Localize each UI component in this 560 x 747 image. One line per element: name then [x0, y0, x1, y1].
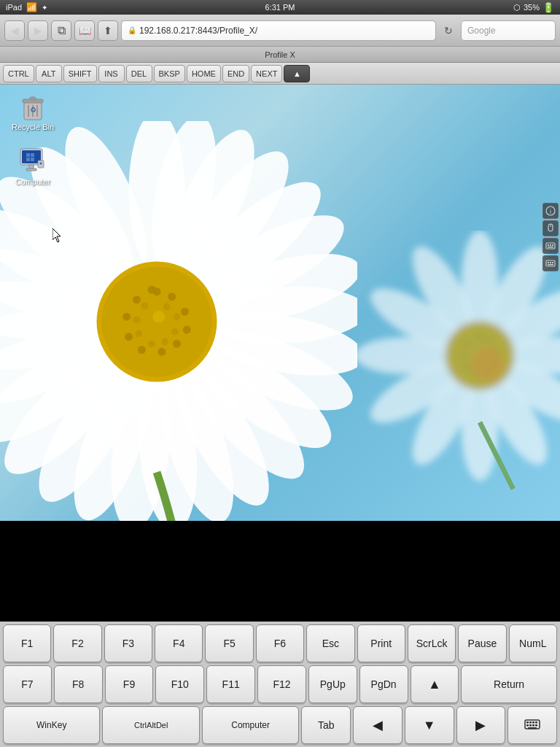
browser-chrome: ◀ ▶ ⧉ 📖 ⬆ 🔒 192.168.0.217:8443/Profile_X… [0, 15, 560, 47]
shortcut-ctrl[interactable]: CTRL [3, 65, 34, 82]
svg-rect-97 [548, 244, 549, 246]
shortcut-home[interactable]: HOME [187, 65, 221, 82]
key-return[interactable]: Return [461, 665, 557, 703]
svg-point-41 [163, 303, 171, 311]
svg-point-42 [174, 313, 181, 320]
shortcut-bar: CTRL ALT SHIFT INS DEL BKSP HOME END NEX… [0, 63, 560, 85]
computer-desktop-icon[interactable]: Computer [7, 147, 58, 187]
shortcut-alt[interactable]: ALT [36, 65, 62, 82]
key-up[interactable]: ▲ [411, 665, 459, 703]
device-label: iPad [6, 3, 22, 12]
forward-button[interactable]: ▶ [28, 20, 48, 41]
wifi-icon: 📶 [26, 2, 37, 12]
svg-rect-109 [532, 721, 534, 724]
key-numl[interactable]: NumL [509, 624, 557, 662]
shortcut-shift[interactable]: SHIFT [63, 65, 97, 82]
svg-point-70 [464, 365, 470, 370]
key-f8[interactable]: F8 [54, 665, 103, 703]
shortcut-del[interactable]: DEL [126, 65, 152, 82]
share-button[interactable]: ⬆ [98, 20, 118, 41]
svg-rect-104 [552, 262, 553, 263]
key-f5[interactable]: F5 [205, 624, 253, 662]
svg-rect-102 [548, 262, 549, 263]
key-esc[interactable]: Esc [306, 624, 354, 662]
key-ctrlaltdel[interactable]: CtrlAltDel [102, 706, 199, 744]
keyboard-button-1[interactable] [542, 238, 559, 254]
key-f4[interactable]: F4 [155, 624, 203, 662]
key-pause[interactable]: Pause [458, 624, 506, 662]
svg-rect-100 [548, 247, 553, 248]
key-winkey[interactable]: WinKey [3, 706, 100, 744]
svg-rect-115 [528, 727, 537, 729]
url-text: 192.168.0.217:8443/Profile_X/ [139, 26, 257, 36]
svg-point-72 [464, 341, 470, 347]
svg-rect-114 [535, 724, 537, 727]
svg-point-65 [487, 338, 492, 343]
ssl-lock-icon: 🔒 [128, 26, 136, 34]
svg-point-48 [141, 302, 149, 309]
key-scrlck[interactable]: ScrLck [408, 624, 456, 662]
computer-label: Computer [15, 177, 50, 187]
svg-point-71 [461, 353, 466, 358]
key-tab[interactable]: Tab [301, 706, 351, 744]
recycle-bin-image: ♻ [18, 92, 47, 121]
svg-point-46 [135, 330, 142, 338]
key-print[interactable]: Print [357, 624, 405, 662]
recycle-bin-icon[interactable]: ♻ Recycle Bin [7, 92, 58, 132]
bookmarks-button[interactable]: 📖 [74, 20, 95, 41]
svg-point-64 [478, 335, 483, 340]
key-pgdn[interactable]: PgDn [359, 665, 408, 703]
key-f11[interactable]: F11 [206, 665, 255, 703]
key-f3[interactable]: F3 [104, 624, 152, 662]
shortcut-next[interactable]: NEXT [251, 65, 282, 82]
svg-point-40 [148, 286, 156, 294]
url-bar[interactable]: 🔒 192.168.0.217:8443/Profile_X/ [121, 20, 436, 41]
key-down[interactable]: ▼ [405, 706, 454, 744]
svg-rect-112 [529, 724, 532, 727]
key-f1[interactable]: F1 [3, 624, 51, 662]
desktop-area: ♻ Recycle Bin [0, 85, 560, 521]
key-computer[interactable]: Computer [202, 706, 299, 744]
key-f6[interactable]: F6 [256, 624, 304, 662]
svg-rect-88 [29, 165, 34, 169]
key-f2[interactable]: F2 [53, 624, 101, 662]
keyboard-row-1: F1 F2 F3 F4 F5 F6 Esc Print ScrLck Pause… [0, 622, 560, 662]
tabs-button[interactable]: ⧉ [51, 20, 71, 41]
svg-rect-85 [31, 153, 34, 157]
svg-point-91 [40, 163, 42, 165]
key-right[interactable]: ▶ [456, 706, 506, 744]
svg-rect-105 [548, 264, 553, 266]
reload-button[interactable]: ↻ [439, 21, 458, 40]
shortcut-end[interactable]: END [222, 65, 249, 82]
status-bar: iPad 📶 ✦ 6:31 PM ⬡ 35% 🔋 [0, 0, 560, 15]
svg-point-34 [173, 340, 181, 348]
svg-point-37 [125, 333, 133, 341]
key-left[interactable]: ◀ [353, 706, 402, 744]
key-keyboard-toggle[interactable] [508, 706, 557, 744]
info-button[interactable]: i [542, 203, 559, 219]
key-f10[interactable]: F10 [155, 665, 204, 703]
svg-point-44 [161, 338, 168, 346]
svg-text:i: i [550, 208, 551, 215]
shortcut-ins[interactable]: INS [98, 65, 125, 82]
keyboard-button-2[interactable] [542, 255, 559, 271]
svg-point-36 [138, 346, 146, 354]
search-bar[interactable]: Google [461, 20, 556, 41]
key-f9[interactable]: F9 [105, 665, 154, 703]
svg-rect-110 [535, 721, 537, 724]
key-f12[interactable]: F12 [257, 665, 306, 703]
mouse-button[interactable] [542, 220, 559, 236]
tab-bar: Profile X [0, 47, 560, 63]
svg-rect-113 [532, 724, 534, 727]
svg-rect-99 [552, 244, 553, 246]
bluetooth-icon: ⬡ [513, 3, 521, 12]
svg-point-35 [158, 348, 166, 356]
recycle-bin-label: Recycle Bin [12, 123, 54, 132]
right-sidebar: i [541, 201, 560, 273]
shortcut-bksp[interactable]: BKSP [154, 65, 185, 82]
back-button[interactable]: ◀ [4, 20, 25, 41]
shortcut-up[interactable]: ▲ [284, 65, 310, 82]
key-pgup[interactable]: PgUp [308, 665, 357, 703]
svg-point-43 [171, 328, 179, 336]
key-f7[interactable]: F7 [3, 665, 52, 703]
